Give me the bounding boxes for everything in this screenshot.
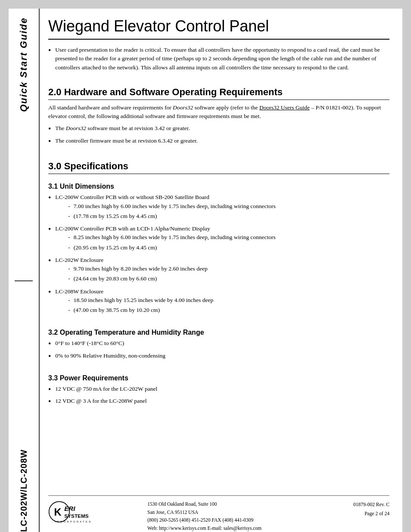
sidebar-top-label: Quick Start Guide [16,13,31,116]
dim-sub7: - 18.50 inches high by 15.25 inches wide… [68,296,389,305]
dim-bullet-1: • LC-200W Controller PCB with or without… [48,193,389,222]
bullet-dot: • [48,124,51,134]
sub-dash: - [68,274,70,283]
footer: K ERI SYSTEMS I N C O R P O R A T E D 15… [48,495,389,532]
page-info: Page 2 of 24 [353,509,389,518]
sidebar-divider [15,280,33,281]
dim-sub4: - (20.95 cm by 15.25 cm by 4.45 cm) [68,243,389,252]
section3-heading: 3.0 Specifications [48,161,389,174]
svg-text:SYSTEMS: SYSTEMS [64,513,89,519]
power-bullet1-text: 12 VDC @ 750 mA for the LC-202W panel [55,385,157,393]
section2-bullet-1: • The Doors32 software must be at revisi… [48,124,389,134]
section2-body: All standard hardware and software requi… [48,103,389,121]
temp-bullet-1: • 0°F to 140°F (-18°C to 60°C) [48,339,389,349]
sub-dash: - [68,296,70,305]
dim-bullet-4: • LC-208W Enclosure - 18.50 inches high … [48,287,389,316]
page-title: Wiegand Elevator Control Panel [48,17,389,40]
subsection31-heading: 3.1 Unit Dimensions [48,183,389,190]
temp-bullet1-text: 0°F to 140°F (-18°C to 60°C) [55,339,124,348]
dim-bullet-3: • LC-202W Enclosure - 9.70 inches high b… [48,256,389,285]
keri-systems-logo: K ERI SYSTEMS I N C O R P O R A T E D [48,500,96,524]
temp-bullet-2: • 0% to 90% Relative Humidity, non-conde… [48,352,389,361]
subsection33-bullets: • 12 VDC @ 750 mA for the LC-202W panel … [48,385,389,409]
sub-dash: - [68,202,70,211]
dim-bullet-2: • LC-200W Controller PCB with an LCD-1 A… [48,224,389,253]
bullet-dot: • [48,137,51,146]
subsection32-heading: 3.2 Operating Temperature and Humidity R… [48,329,389,336]
bullet-dot: • [48,352,51,361]
section2-bullet-2: • The controller firmware must be at rev… [48,137,389,146]
sidebar-bottom-label: LC-202W/LC-208W [17,445,31,532]
power-bullet-1: • 12 VDC @ 750 mA for the LC-202W panel [48,385,389,395]
bullet-dot: • [48,46,51,56]
subsection32-bullets: • 0°F to 140°F (-18°C to 60°C) • 0% to 9… [48,339,389,364]
sidebar: Quick Start Guide LC-202W/LC-208W [9,9,40,532]
power-bullet2-text: 12 VDC @ 3 A for the LC-208W panel [55,397,146,405]
intro-bullets: • User card presentation to the reader i… [48,46,389,75]
temp-bullet2-text: 0% to 90% Relative Humidity, non-condens… [55,352,165,360]
section2-heading: 2.0 Hardware and Software Operating Requ… [48,87,389,100]
section2-bullets: • The Doors32 software must be at revisi… [48,124,389,149]
sub-dash: - [68,306,70,314]
dim-sub3: - 8.25 inches high by 6.00 inches wide b… [68,233,389,242]
svg-text:K: K [54,507,62,518]
bullet-dot: • [48,397,51,407]
svg-text:I N C O R P O R A T E D: I N C O R P O R A T E D [55,521,91,523]
intro-bullet-1: • User card presentation to the reader i… [48,46,389,72]
footer-address: 1530 Old Oakland Road, Suite 100 San Jos… [143,500,353,532]
sub-dash: - [68,264,70,273]
subsection31-bullets: • LC-200W Controller PCB with or without… [48,193,389,318]
dim-bullet4-text: LC-208W Enclosure [55,287,389,296]
bullet-dot: • [48,225,51,234]
bullet-dot: • [48,256,51,266]
address-line3: (800) 260-5265 (408) 451-2520 FAX (408) … [147,516,353,524]
section2-bullet2-text: The controller firmware must be at revis… [55,137,389,145]
dim-bullet2-text: LC-200W Controller PCB with an LCD-1 Alp… [55,224,389,233]
address-line2: San Jose, CA 95112 USA [147,508,353,516]
dim-sub8: - (47.00 cm by 38.75 cm by 10.20 cm) [68,306,389,314]
main-content: Wiegand Elevator Control Panel • User ca… [40,9,402,532]
sub-dash: - [68,243,70,252]
power-bullet-2: • 12 VDC @ 3 A for the LC-208W panel [48,397,389,407]
svg-text:ERI: ERI [64,505,75,513]
subsection33-heading: 3.3 Power Requirements [48,374,389,382]
footer-right: 01879-002 Rev. C Page 2 of 24 [353,500,389,518]
document-page: Quick Start Guide LC-202W/LC-208W Wiegan… [9,9,402,532]
dim-sub1: - 7.00 inches high by 6.00 inches wide b… [68,202,389,211]
sub-dash: - [68,233,70,242]
doc-number: 01879-002 Rev. C [353,500,389,509]
dim-sub2: - (17.78 cm by 15.25 cm by 4.45 cm) [68,212,389,221]
dim-bullet1-text: LC-200W Controller PCB with or without S… [55,193,389,202]
bullet-dot: • [48,288,51,297]
intro-bullet-text: User card presentation to the reader is … [55,46,389,72]
dim-bullet3-text: LC-202W Enclosure [55,256,389,264]
footer-logo-area: K ERI SYSTEMS I N C O R P O R A T E D [48,500,143,524]
bullet-dot: • [48,339,51,349]
bullet-dot: • [48,385,51,395]
bullet-dot: • [48,193,51,203]
sub-dash: - [68,212,70,221]
address-line1: 1530 Old Oakland Road, Suite 100 [147,500,353,508]
address-line4: Web: http://www.kerisys.com E-mail: sale… [147,524,353,532]
dim-sub6: - (24.64 cm by 20.83 cm by 6.60 cm) [68,274,389,283]
dim-sub5: - 9.70 inches high by 8.20 inches wide b… [68,264,389,273]
